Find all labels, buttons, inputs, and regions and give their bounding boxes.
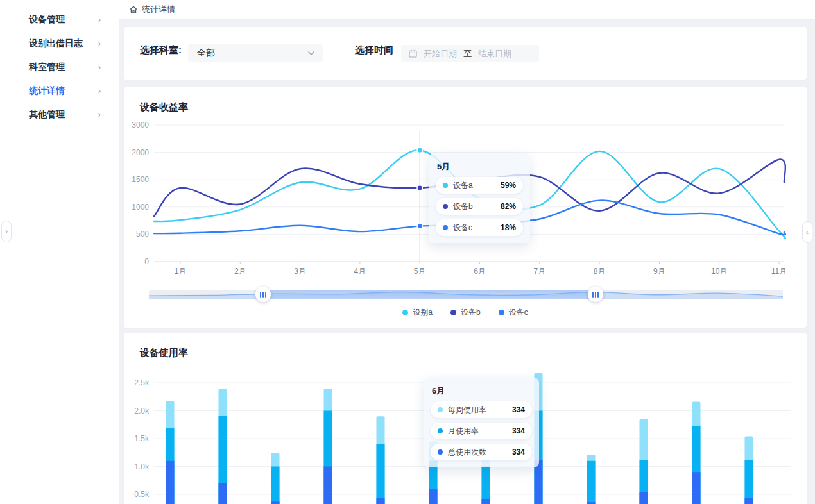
calendar-icon xyxy=(409,49,417,58)
topbar: 统计详情 xyxy=(119,0,815,19)
chevron-right-icon: › xyxy=(98,86,101,96)
start-date-field[interactable]: 开始日期 xyxy=(424,48,457,60)
tooltip-series-name: 设备a xyxy=(453,180,501,191)
tooltip-title: 5月 xyxy=(437,161,523,172)
tooltip-row: 每周使用率334 xyxy=(431,401,532,418)
tooltip-series-name: 月使用率 xyxy=(448,426,512,437)
sidebar-item-2[interactable]: 设别出借日志› xyxy=(0,31,119,55)
legend-label: 设备b xyxy=(461,307,481,318)
revenue-chart-legend: 设别a设备b设备c xyxy=(124,307,807,318)
datazoom-slider[interactable] xyxy=(149,290,783,299)
sidebar-item-label: 科室管理 xyxy=(29,62,65,73)
breadcrumb-label: 统计详情 xyxy=(142,4,175,15)
legend-dot-icon xyxy=(450,310,456,315)
sidebar-item-label: 其他管理 xyxy=(29,109,65,121)
panel-collapse-button[interactable]: ‹ xyxy=(802,221,812,243)
legend-item[interactable]: 设别a xyxy=(402,307,433,318)
sidebar-expand-button[interactable]: › xyxy=(1,221,12,242)
department-select-value: 全部 xyxy=(197,47,215,59)
tooltip-row: 设备a59% xyxy=(436,177,523,194)
datazoom-right-handle[interactable] xyxy=(588,287,603,302)
sidebar: 设备管理›设别出借日志›科室管理›统计详情›其他管理› xyxy=(0,0,119,504)
usage-chart-tooltip: 6月 每周使用率334月使用率334总使用次数334 xyxy=(424,378,539,467)
sidebar-item-label: 设备管理 xyxy=(29,14,65,26)
tooltip-series-value: 59% xyxy=(501,181,516,190)
series-dot-icon xyxy=(443,204,448,209)
sidebar-item-label: 统计详情 xyxy=(29,85,65,97)
tooltip-row: 总使用次数334 xyxy=(431,444,532,460)
app-root: 设备管理›设别出借日志›科室管理›统计详情›其他管理› › ‹ 统计详情 选择科… xyxy=(0,0,815,504)
tooltip-series-value: 82% xyxy=(501,202,516,211)
chevron-right-icon: › xyxy=(98,15,101,24)
legend-dot-icon xyxy=(402,310,408,315)
tooltip-row: 月使用率334 xyxy=(431,423,532,439)
revenue-chart-title: 设备收益率 xyxy=(140,101,188,113)
sidebar-menu: 设备管理›设别出借日志›科室管理›统计详情›其他管理› xyxy=(0,0,119,126)
tooltip-title: 6月 xyxy=(432,385,532,397)
legend-label: 设别a xyxy=(413,307,433,318)
tooltip-series-name: 每周使用率 xyxy=(448,405,512,416)
legend-label: 设备c xyxy=(509,307,528,318)
sidebar-item-label: 设别出借日志 xyxy=(29,38,83,49)
series-dot-icon xyxy=(438,428,443,433)
tooltip-series-value: 334 xyxy=(512,448,525,457)
chevron-down-icon xyxy=(307,51,315,56)
tooltip-row: 设备b82% xyxy=(436,198,523,215)
tooltip-series-name: 设备b xyxy=(453,201,501,212)
series-dot-icon xyxy=(438,407,443,412)
tooltip-series-value: 334 xyxy=(512,426,525,435)
datazoom-selection[interactable] xyxy=(263,290,596,299)
sidebar-item-4[interactable]: 统计详情› xyxy=(0,79,119,103)
tooltip-row: 设备c18% xyxy=(436,219,523,236)
filter-panel: 选择科室: 全部 选择时间 开始日期 至 结束日期 xyxy=(124,27,807,80)
legend-item[interactable]: 设备b xyxy=(450,307,481,318)
chevron-right-icon: › xyxy=(98,110,101,119)
series-dot-icon xyxy=(438,449,443,455)
tooltip-rows: 设备a59%设备b82%设备c18% xyxy=(436,177,523,236)
tooltip-rows: 每周使用率334月使用率334总使用次数334 xyxy=(431,401,532,460)
legend-item[interactable]: 设备c xyxy=(499,307,528,318)
home-icon xyxy=(129,5,138,14)
datazoom-left-handle[interactable] xyxy=(255,287,271,302)
time-label: 选择时间 xyxy=(355,44,393,56)
series-dot-icon xyxy=(443,183,448,188)
usage-chart-title: 设备使用率 xyxy=(140,347,188,359)
series-dot-icon xyxy=(443,225,448,230)
end-date-field[interactable]: 结束日期 xyxy=(478,48,511,60)
sidebar-item-1[interactable]: 设备管理› xyxy=(0,8,119,31)
date-range-picker[interactable]: 开始日期 至 结束日期 xyxy=(401,45,539,62)
department-select[interactable]: 全部 xyxy=(188,44,323,62)
date-separator: 至 xyxy=(463,48,472,60)
department-label: 选择科室: xyxy=(140,44,182,56)
legend-dot-icon xyxy=(499,310,504,315)
sidebar-item-3[interactable]: 科室管理› xyxy=(0,55,119,79)
revenue-chart-tooltip: 5月 设备a59%设备b82%设备c18% xyxy=(429,153,530,243)
chevron-right-icon: › xyxy=(98,62,101,72)
tooltip-series-name: 设备c xyxy=(453,223,501,233)
breadcrumb: 统计详情 xyxy=(129,4,175,15)
chevron-right-icon: › xyxy=(98,38,101,48)
tooltip-series-value: 18% xyxy=(501,223,516,232)
tooltip-series-value: 334 xyxy=(512,405,525,414)
tooltip-series-name: 总使用次数 xyxy=(448,447,512,458)
sidebar-item-5[interactable]: 其他管理› xyxy=(0,103,119,126)
